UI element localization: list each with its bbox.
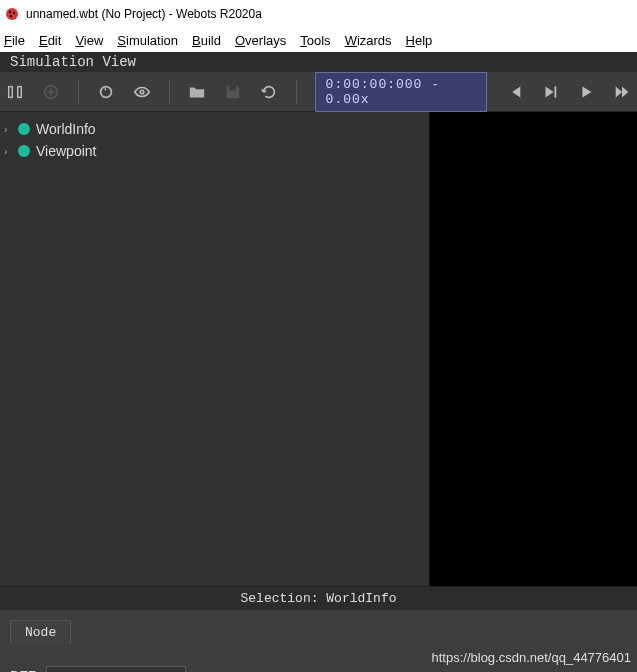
tree-item-label: WorldInfo	[36, 121, 96, 137]
node-tab[interactable]: Node	[10, 620, 71, 644]
svg-point-3	[10, 15, 12, 17]
menu-view[interactable]: View	[75, 33, 103, 48]
def-input[interactable]	[46, 666, 186, 672]
window-title: unnamed.wbt (No Project) - Webots R2020a	[26, 7, 262, 21]
scene-tree-panel: › WorldInfo › Viewpoint	[0, 112, 430, 586]
menu-wizards[interactable]: Wizards	[345, 33, 392, 48]
open-icon[interactable]	[188, 82, 206, 102]
main-area: › WorldInfo › Viewpoint	[0, 112, 637, 586]
play-icon[interactable]	[577, 82, 595, 102]
tree-item-label: Viewpoint	[36, 143, 96, 159]
app-icon	[4, 6, 20, 22]
svg-point-0	[6, 8, 18, 20]
menu-tools[interactable]: Tools	[300, 33, 330, 48]
menu-help[interactable]: Help	[406, 33, 433, 48]
svg-rect-9	[229, 85, 235, 89]
save-icon[interactable]	[224, 82, 242, 102]
def-label: DEF:	[10, 668, 40, 673]
selection-label: Selection: WorldInfo	[0, 586, 637, 610]
menu-overlays[interactable]: Overlays	[235, 33, 286, 48]
simulation-time-display[interactable]: 0:00:00:000 - 0.00x	[315, 72, 487, 112]
toolbar-separator	[78, 80, 79, 104]
menubar: File Edit View Simulation Build Overlays…	[0, 28, 637, 52]
chevron-right-icon: ›	[4, 146, 18, 157]
watermark-text: https://blog.csdn.net/qq_44776401	[432, 650, 632, 665]
reload-icon[interactable]	[260, 82, 278, 102]
menu-simulation[interactable]: Simulation	[117, 33, 178, 48]
toolbar-separator	[296, 80, 297, 104]
menu-build[interactable]: Build	[192, 33, 221, 48]
3d-viewport[interactable]	[430, 112, 637, 586]
toolbar-separator	[169, 80, 170, 104]
scene-tree: › WorldInfo › Viewpoint	[0, 112, 429, 586]
node-dot-icon	[18, 145, 30, 157]
toolbar: 0:00:00:000 - 0.00x	[0, 72, 637, 112]
menu-edit[interactable]: Edit	[39, 33, 61, 48]
rewind-icon[interactable]	[505, 82, 523, 102]
node-dot-icon	[18, 123, 30, 135]
hide-panels-icon[interactable]	[6, 82, 24, 102]
svg-point-8	[140, 90, 144, 94]
svg-point-1	[9, 11, 11, 13]
menu-file[interactable]: File	[4, 33, 25, 48]
tree-item-worldinfo[interactable]: › WorldInfo	[4, 118, 425, 140]
add-node-icon[interactable]	[42, 82, 60, 102]
svg-rect-5	[18, 86, 22, 97]
svg-point-2	[13, 12, 15, 14]
window-titlebar: unnamed.wbt (No Project) - Webots R2020a	[0, 0, 637, 28]
reset-simulation-icon[interactable]	[97, 82, 115, 102]
simulation-view-header: Simulation View	[0, 52, 637, 72]
tree-item-viewpoint[interactable]: › Viewpoint	[4, 140, 425, 162]
view-icon[interactable]	[133, 82, 151, 102]
step-icon[interactable]	[541, 82, 559, 102]
chevron-right-icon: ›	[4, 124, 18, 135]
fast-forward-icon[interactable]	[613, 82, 631, 102]
svg-rect-4	[9, 86, 13, 97]
